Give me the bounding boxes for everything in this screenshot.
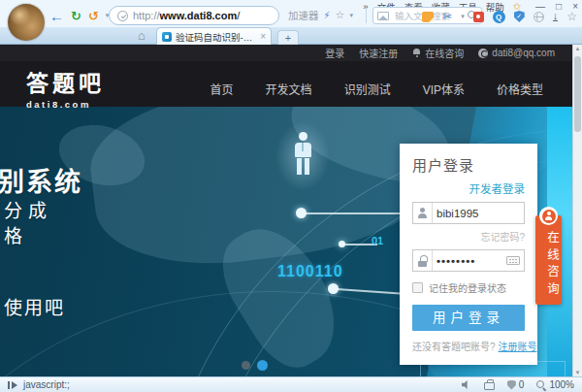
contact-email[interactable]: dati8@qq.com: [478, 48, 555, 58]
security-shield-icon[interactable]: ✓: [514, 11, 525, 22]
favorites-star-icon[interactable]: ☆: [566, 10, 577, 23]
status-shield-icon: [507, 380, 516, 390]
user-icon: [417, 208, 428, 218]
accelerator-control: 加速器 ⚡ ☆ ▾: [288, 8, 353, 22]
navigation-buttons: ← ↻ ↺ ▾: [49, 5, 109, 26]
speaker-icon[interactable]: [462, 380, 471, 390]
download-icon[interactable]: ↓: [553, 12, 559, 22]
slider-dot-1[interactable]: [242, 361, 250, 370]
briefcase-icon[interactable]: [484, 382, 495, 390]
url-path: /: [237, 10, 240, 21]
password-row: [412, 249, 525, 272]
qq-contact-icon: [478, 49, 488, 58]
slide-text-line2: 分成: [4, 196, 52, 222]
zoom-level: 100%: [549, 379, 574, 390]
browser-window: » 文件 查看 收藏 工具 帮助 ✩ — □ × ← ↻ ↺ ▾ http://…: [0, 0, 582, 392]
username-icon-box: [413, 203, 433, 223]
service-person-icon: [542, 210, 556, 223]
user-avatar[interactable]: [8, 4, 45, 41]
address-bar[interactable]: http://www.dati8.com/: [109, 6, 279, 25]
status-bar: javascript:; 0 100%: [0, 376, 582, 392]
site-info-icon[interactable]: [117, 11, 128, 21]
nav-item-home[interactable]: 首页: [210, 81, 234, 97]
login-title: 用户登录: [412, 154, 525, 175]
shield-count: 0: [519, 379, 525, 390]
password-icon-box: [413, 250, 433, 271]
bookmark-star-icon[interactable]: ☆: [336, 9, 345, 21]
quick-register-link[interactable]: 快速注册: [359, 46, 398, 60]
home-icon[interactable]: ⌂: [138, 28, 146, 44]
image-search-icon[interactable]: [377, 12, 389, 20]
tab-close-icon[interactable]: ×: [260, 31, 266, 42]
qq-account-icon[interactable]: Q: [493, 11, 505, 23]
login-link[interactable]: 登录: [325, 46, 344, 60]
status-link-text: javascript:;: [23, 379, 70, 390]
online-service-widget[interactable]: 在线咨询: [535, 215, 562, 305]
status-left: javascript:;: [8, 379, 70, 390]
site-logo[interactable]: 答题吧 dati8.com: [26, 65, 105, 110]
zoom-magnifier-icon: [536, 380, 546, 390]
tab-favicon: [162, 32, 172, 42]
slide-text-line1: 别系统: [0, 161, 82, 199]
main-navigation: 首页 开发文档 识别测试 VIP体系 价格类型: [210, 81, 543, 97]
site-header: 答题吧 dati8.com 首页 开发文档 识别测试 VIP体系 价格类型: [0, 61, 572, 107]
accelerator-dropdown-icon[interactable]: ▾: [349, 12, 353, 19]
remember-me-row: 记住我的登录状态: [412, 280, 525, 295]
refresh-button[interactable]: ↻: [71, 9, 81, 23]
site-utility-bar: 登录 快速注册 在线咨询 dati8@qq.com: [0, 45, 572, 61]
register-account-link[interactable]: 注册账号: [499, 342, 537, 352]
slide-text-line3: 格: [4, 221, 22, 247]
folder-icon[interactable]: [422, 12, 434, 22]
binary-text: 1100110: [277, 263, 343, 280]
remember-label: 记住我的登录状态: [429, 280, 506, 295]
no-account-text: 还没有答题吧账号?: [412, 342, 496, 352]
shield-counter[interactable]: 0: [507, 379, 525, 390]
username-input[interactable]: [433, 208, 524, 219]
script-indicator-icon: [8, 381, 17, 389]
accelerator-label[interactable]: 加速器: [288, 8, 319, 22]
login-panel: 用户登录 开发者登录 忘记密码? 记住我的登录状态 用户登录 还没有答题吧账号?…: [400, 144, 537, 365]
page-scrollbar[interactable]: ▲ ▼: [572, 45, 582, 376]
developer-login-link[interactable]: 开发者登录: [412, 180, 525, 196]
nav-item-pricing[interactable]: 价格类型: [497, 81, 543, 97]
register-prompt: 还没有答题吧账号?注册账号: [412, 339, 525, 353]
forgot-password-link[interactable]: 忘记密码?: [412, 229, 525, 244]
login-submit-button[interactable]: 用户登录: [412, 305, 525, 331]
binary-small-text: 01: [372, 235, 383, 246]
toolbar-divider: [366, 8, 367, 23]
slide-text-line4: 使用吧: [4, 293, 65, 319]
online-service-label: 在线咨询: [425, 46, 464, 60]
undo-close-button[interactable]: ↺: [88, 9, 99, 23]
slider-dots: [242, 360, 268, 371]
nav-item-vip[interactable]: VIP体系: [423, 81, 465, 97]
username-row: [412, 202, 525, 224]
screenshot-dropdown-icon[interactable]: ▾: [461, 13, 465, 20]
soft-keyboard-icon[interactable]: [506, 256, 520, 265]
lightning-icon[interactable]: ⚡: [324, 10, 331, 20]
slider-dot-2-active[interactable]: [257, 360, 268, 371]
url-host: www.dati8.com: [160, 10, 238, 21]
service-widget-label: 在线咨询: [535, 229, 562, 301]
scroll-up-icon[interactable]: ▲: [573, 46, 582, 51]
active-tab[interactable]: 验证码自动识别-远程打 ×: [156, 27, 272, 45]
tab-title: 验证码自动识别-远程打: [176, 30, 256, 44]
scroll-down-icon[interactable]: ▼: [573, 370, 582, 376]
person-icon: [290, 132, 315, 184]
new-tab-button[interactable]: +: [277, 30, 299, 45]
logo-name: 答题吧: [26, 65, 105, 98]
url-text: http://www.dati8.com/: [133, 10, 240, 21]
network-globe-icon[interactable]: [534, 12, 544, 22]
remember-checkbox[interactable]: [412, 282, 423, 293]
back-button[interactable]: ←: [49, 8, 64, 24]
scrollbar-thumb[interactable]: [574, 56, 581, 132]
red-app-icon[interactable]: [473, 12, 484, 22]
nav-item-docs[interactable]: 开发文档: [266, 81, 312, 97]
service-badge: [539, 207, 558, 225]
toolbar-icons: ✂ ▾ Q ✓ ↓ ☆: [422, 8, 577, 25]
nav-item-test[interactable]: 识别测试: [344, 81, 391, 97]
scissors-screenshot-icon[interactable]: ✂: [442, 11, 452, 22]
contact-email-text: dati8@qq.com: [492, 48, 555, 58]
url-scheme: http://: [133, 10, 160, 21]
zoom-control[interactable]: 100%: [536, 379, 574, 390]
online-service-link[interactable]: 在线咨询: [412, 46, 464, 60]
